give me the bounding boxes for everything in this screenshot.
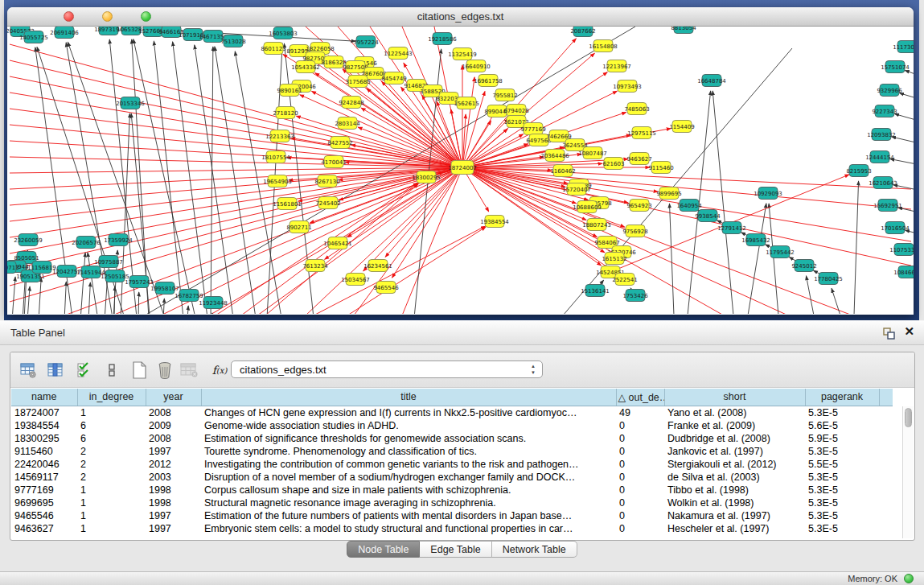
graph-node[interactable]: 9890161 [277, 84, 302, 97]
cell-pagerank[interactable]: 5.3E-5 [805, 509, 879, 522]
cell-short[interactable]: Yano et al. (2008) [664, 406, 805, 419]
cell-title[interactable]: Changes of HCN gene expression and I(f) … [201, 406, 616, 419]
graph-node[interactable]: 7955812 [492, 89, 517, 101]
cell-out_degree[interactable]: 49 [616, 406, 664, 419]
network-graph-canvas[interactable]: 1872400720405572140557252069140618973194… [7, 27, 914, 314]
cell-out_degree[interactable]: 0 [616, 432, 664, 445]
graph-node[interactable]: 9899695 [656, 187, 681, 200]
graph-node[interactable]: 20691406 [50, 27, 79, 39]
cell-in_degree[interactable]: 2 [77, 458, 146, 471]
cell-pagerank[interactable]: 5.3E-5 [805, 484, 879, 496]
cell-short[interactable]: Jankovic et al. (1997) [664, 445, 805, 458]
graph-node[interactable]: 9329966 [877, 84, 902, 97]
cell-in_degree[interactable]: 2 [77, 445, 146, 458]
cell-in_degree[interactable]: 1 [77, 406, 146, 419]
cell-year[interactable]: 2003 [146, 471, 201, 484]
cell-year[interactable]: 2008 [146, 432, 201, 445]
cell-out_degree[interactable]: 0 [616, 496, 664, 509]
graph-node[interactable]: 1154409 [669, 121, 694, 133]
cell-title[interactable]: Embryonic stem cells: a model to study s… [201, 522, 616, 535]
graph-node[interactable]: 1753426 [622, 290, 648, 302]
cell-out_degree[interactable]: 0 [616, 509, 664, 522]
graph-node[interactable]: 11325419 [448, 48, 477, 60]
cell-year[interactable]: 2009 [146, 419, 201, 432]
graph-hub-node[interactable]: 18724007 [448, 161, 477, 175]
column-header-short[interactable]: short [664, 389, 805, 406]
graph-node[interactable]: 15692951 [873, 200, 902, 212]
graph-node[interactable]: 7957224 [353, 36, 379, 48]
table-settings-icon[interactable] [17, 359, 39, 381]
table-row[interactable]: 969969511998Structural magnetic resonanc… [11, 496, 893, 509]
cell-in_degree[interactable]: 1 [77, 496, 146, 509]
memory-status-indicator[interactable] [904, 574, 914, 583]
graph-node[interactable]: 12444154 [865, 151, 894, 163]
table-row[interactable]: 946554611997Estimation of the future num… [11, 509, 893, 522]
table-vertical-scrollbar[interactable] [902, 406, 914, 538]
graph-node[interactable]: 9242848 [339, 97, 363, 109]
cell-name[interactable]: 14569117 [11, 471, 77, 484]
table-row[interactable]: 1456911722003Disruption of a novel membe… [11, 471, 893, 484]
cell-out_degree[interactable]: 0 [616, 522, 664, 535]
column-header-in_degree[interactable]: in_degree [77, 389, 146, 406]
cell-short[interactable]: Franke et al. (2009) [664, 419, 805, 432]
cell-name[interactable]: 9777169 [11, 484, 77, 496]
cell-out_degree[interactable]: 0 [616, 484, 664, 496]
graph-node[interactable]: 19384554 [480, 216, 509, 228]
graph-node[interactable]: 2803144 [335, 117, 360, 130]
cell-title[interactable]: Tourette syndrome. Phenomenology and cla… [201, 445, 616, 458]
graph-node[interactable]: 6794028 [503, 105, 528, 117]
cell-pagerank[interactable]: 5.3E-5 [805, 445, 879, 458]
column-header-title[interactable]: title [201, 389, 616, 406]
graph-node[interactable]: 11075331 [889, 244, 914, 256]
cell-out_degree[interactable]: 0 [616, 419, 664, 432]
create-table-icon[interactable] [128, 359, 150, 381]
window-titlebar[interactable]: citations_edges.txt [7, 7, 914, 27]
cell-year[interactable]: 1998 [146, 496, 201, 509]
graph-node[interactable]: 12975115 [627, 127, 656, 139]
cell-pagerank[interactable]: 5.3E-5 [805, 522, 879, 535]
cell-in_degree[interactable]: 2 [77, 471, 146, 484]
graph-node[interactable]: 18107554 [261, 151, 290, 163]
graph-node[interactable]: 11225443 [384, 47, 413, 60]
graph-node[interactable]: 1160462 [550, 165, 575, 177]
graph-node[interactable]: 10973493 [613, 80, 642, 93]
cell-name[interactable]: 18300295 [11, 432, 77, 445]
column-header-year[interactable]: year [146, 389, 201, 406]
cell-in_degree[interactable]: 6 [77, 419, 146, 432]
tab-node-table[interactable]: Node Table [347, 541, 420, 558]
graph-node[interactable]: 11795442 [766, 246, 795, 258]
delete-table-icon[interactable] [154, 359, 176, 381]
graph-node[interactable]: 15034567 [341, 274, 370, 286]
graph-node[interactable]: 16648784 [697, 75, 726, 87]
table-row[interactable]: 1938455462009Genome-wide association stu… [11, 419, 893, 432]
tab-network-table[interactable]: Network Table [492, 541, 577, 558]
graph-node[interactable]: 16234561 [363, 260, 392, 272]
graph-node[interactable]: 10846671 [893, 266, 914, 278]
graph-node[interactable]: 17780425 [814, 273, 843, 285]
select-all-columns-icon[interactable] [73, 359, 96, 381]
graph-node[interactable]: 2718120 [273, 107, 298, 119]
graph-node[interactable]: 16210643 [869, 177, 897, 189]
graph-node[interactable]: 11173054 [893, 41, 914, 53]
cell-in_degree[interactable]: 1 [77, 522, 146, 535]
graph-node[interactable]: 8267130 [314, 175, 339, 187]
graph-node[interactable]: 1640954 [676, 200, 702, 212]
table-row[interactable]: 911546021997Tourette syndrome. Phenomeno… [11, 445, 893, 458]
table-row[interactable]: 1830029562008Estimation of significance … [11, 432, 893, 445]
column-header-name[interactable]: name [11, 389, 77, 406]
graph-node[interactable]: 9115460 [648, 162, 673, 174]
cell-pagerank[interactable]: 5.9E-5 [805, 432, 879, 445]
cell-year[interactable]: 1997 [146, 522, 201, 535]
row-options-icon[interactable] [101, 359, 123, 381]
graph-node[interactable]: 11561801 [273, 198, 302, 210]
cell-out_degree[interactable]: 0 [616, 458, 664, 471]
cell-pagerank[interactable]: 5.3E-5 [805, 471, 879, 484]
graph-node[interactable]: 8454749 [381, 72, 406, 84]
network-window[interactable]: citations_edges.txt 18724007204055721405… [7, 7, 914, 315]
cell-year[interactable]: 1998 [146, 484, 201, 496]
graph-node[interactable]: 8813054 [671, 27, 696, 34]
cell-name[interactable]: 9699695 [11, 496, 77, 509]
cell-title[interactable]: Disruption of a novel member of a sodium… [201, 471, 616, 484]
cell-in_degree[interactable]: 6 [77, 432, 146, 445]
graph-node[interactable]: 16985432 [741, 234, 770, 246]
